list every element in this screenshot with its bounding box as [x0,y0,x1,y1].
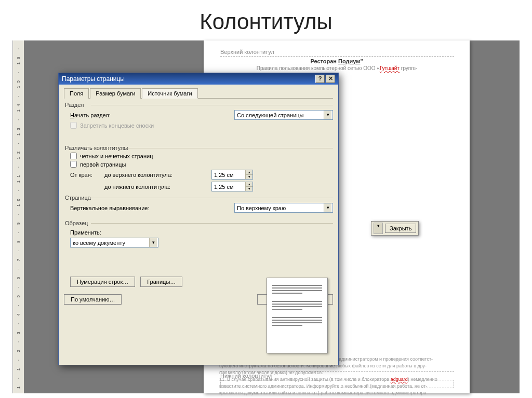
footer-distance-value: 1,25 см [214,184,234,190]
footer-distance-spin[interactable]: 1,25 см ▴▾ [211,182,253,191]
page-setup-dialog: Параметры страницы ? ✕ Поля Размер бумаг… [58,73,339,365]
doc-sub-prefix: Правила пользования компьютерной сетью О… [257,65,380,71]
doc-sub-suffix: групп» [400,65,417,71]
valign-select[interactable]: По верхнему краю [234,203,333,213]
section-group-label: Раздел [65,102,333,108]
spin-down-icon[interactable]: ▾ [245,187,252,191]
preview-group-label: Образец [65,220,333,226]
apply-to-label: Применить: [70,229,112,236]
odd-even-checkbox[interactable] [70,153,77,159]
first-page-label: первой страницы [80,161,126,168]
to-footer-label: до нижнего колонтитула: [104,184,208,190]
dialog-titlebar: Параметры страницы ? ✕ [59,73,338,85]
footer-dashed-box [220,380,454,388]
preview-thumbnail [267,278,328,353]
spin-up-icon[interactable]: ▴ [245,182,252,187]
headers-group-label: Различать колонтитулы [65,145,333,151]
header-distance-value: 1,25 см [214,172,234,178]
apply-to-select[interactable]: ко всему документу [70,238,158,248]
odd-even-label: четных и нечетных страниц [80,153,153,159]
first-page-checkbox[interactable] [70,161,77,168]
page-group-label: Страница [65,195,333,201]
doc-title: Ресторан Подиум" [204,58,470,64]
doc-title-quoted: Подиум [338,58,360,64]
section-start-select[interactable]: Со следующей страницы [234,110,333,120]
spin-up-icon[interactable]: ▴ [245,170,252,175]
tab-margins[interactable]: Поля [64,88,89,99]
header-distance-spin[interactable]: 1,25 см ▴▾ [211,170,253,180]
vertical-ruler: 1 · 1 · 2 · 3 · 4 · 5 · 6 · 7 · 8 · 9 · … [12,40,24,393]
close-hf-button[interactable]: Закрыть [385,224,416,233]
doc-title-prefix: Ресторан [310,58,338,64]
spin-down-icon[interactable]: ▾ [245,175,252,179]
toolbar-dropdown-icon[interactable]: ▾ [374,223,383,234]
doc-subtitle: Правила пользования компьютерной сетью О… [204,65,470,71]
dialog-tabs: Поля Размер бумаги Источник бумаги [64,88,333,99]
section-start-label: ННачать раздел:ачать раздел: [70,112,111,118]
suppress-endnotes-label: Запретить концевые сноски [80,122,154,129]
to-header-label: до верхнего колонтитула: [104,172,208,178]
app-area: 1 · 1 · 2 · 3 · 4 · 5 · 6 · 7 · 8 · 9 · … [12,40,520,393]
tab-paper-source[interactable]: Источник бумаги [142,88,197,99]
dialog-title-text: Параметры страницы [62,75,125,83]
slide-title: Колонтитулы [0,0,532,39]
header-region-label: Верхний колонтитул [220,49,454,57]
default-button[interactable]: По умолчанию… [64,294,122,305]
footer-region-label: Нижний колонтитул [220,371,454,379]
close-icon[interactable]: ✕ [326,75,335,83]
suppress-endnotes-checkbox [70,122,77,129]
borders-button[interactable]: Границы… [140,277,182,287]
line-numbers-button[interactable]: Нумерация строк… [70,277,135,287]
valign-label: Вертикальное выравнивание: [70,205,149,211]
header-footer-toolbar: ▾ Закрыть [371,221,419,236]
tab-paper-size[interactable]: Размер бумаги [90,88,141,99]
doc-sub-err: Гутшайт [380,65,400,71]
help-icon[interactable]: ? [315,75,325,83]
from-edge-label: От края: [70,172,101,178]
